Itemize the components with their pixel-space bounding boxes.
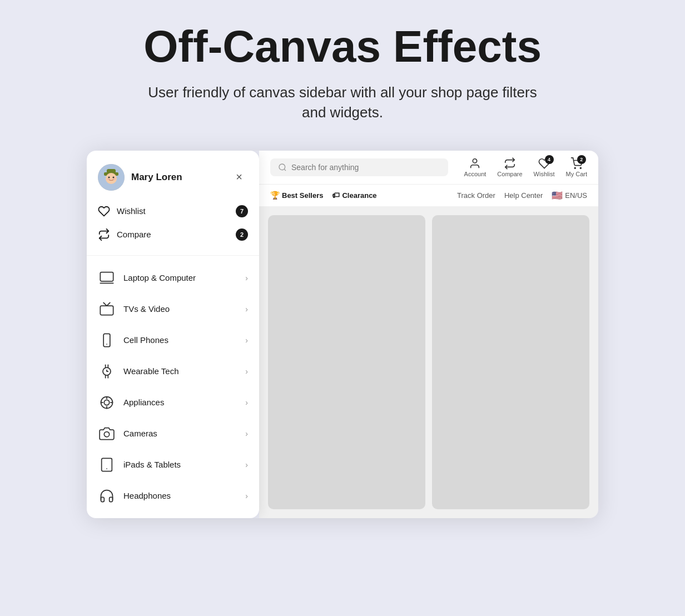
wishlist-count-badge: 4 [545,155,554,164]
laptop-icon [98,269,116,287]
wishlist-icon-item[interactable]: 4 Wishlist [534,157,555,177]
page-subtitle: User friendly of canvas sidebar with all… [148,82,537,123]
svg-point-20 [104,400,109,405]
nav-item-laptop[interactable]: Laptop & Computer › [87,262,259,294]
compare-topbar-label: Compare [497,171,522,177]
ui-demo: Mary Loren × Wishlist 7 [87,151,598,518]
appliance-icon [98,394,116,411]
nav-label-cell: Cell Phones [123,335,168,345]
product-card [432,215,589,509]
svg-rect-26 [102,458,112,471]
user-name: Mary Loren [131,172,182,183]
nav-link-locale[interactable]: 🇺🇸 EN/US [552,190,587,201]
search-bar[interactable] [270,158,448,176]
product-grid [259,206,598,518]
compare-label: Compare [117,230,151,239]
wishlist-action[interactable]: Wishlist 7 [98,200,248,223]
svg-point-6 [113,176,115,178]
sidebar-nav: Laptop & Computer › TVs & Video › [87,256,259,518]
svg-point-5 [108,176,110,178]
nav-label-tv: TVs & Video [123,304,170,314]
nav-link-clearance[interactable]: 🏷 Clearance [332,191,376,200]
cart-icon-item[interactable]: 2 My Cart [566,157,588,177]
chevron-icon: › [245,398,248,407]
search-input[interactable] [291,163,440,172]
chevron-icon: › [245,429,248,438]
page-title: Off-Canvas Effects [143,22,542,71]
wishlist-badge: 7 [236,205,248,217]
svg-point-32 [580,167,581,168]
product-card [268,215,425,509]
chevron-icon: › [245,274,248,282]
svg-rect-11 [100,306,113,315]
nav-bar: 🏆 Best Sellers 🏷 Clearance Track Order H… [259,184,598,206]
nav-label-appliances: Appliances [123,398,164,407]
close-button[interactable]: × [230,168,248,186]
nav-link-track-order[interactable]: Track Order [457,191,495,200]
avatar [98,164,125,191]
compare-icon [98,228,110,241]
compare-topbar-icon [504,157,516,170]
nav-label-laptop: Laptop & Computer [123,273,196,282]
wishlist-topbar-label: Wishlist [534,171,555,177]
nav-item-appliances[interactable]: Appliances › [87,387,259,418]
nav-item-ipads[interactable]: iPads & Tablets › [87,449,259,480]
nav-item-wearable[interactable]: Wearable Tech › [87,356,259,387]
nav-item-cameras[interactable]: Cameras › [87,418,259,449]
account-label: Account [464,171,487,177]
headphones-icon [98,487,116,505]
svg-point-7 [107,178,109,180]
chevron-icon: › [245,305,248,314]
nav-label-cameras: Cameras [123,429,157,438]
account-icon-item[interactable]: Account [464,157,487,177]
chevron-icon: › [245,491,248,500]
watch-icon [98,362,116,380]
svg-point-28 [279,164,285,170]
compare-badge: 2 [236,228,248,241]
sidebar-user: Mary Loren [98,164,182,191]
svg-point-8 [113,178,116,180]
cart-count-badge: 2 [577,155,586,164]
nav-label-wearable: Wearable Tech [123,366,179,376]
wishlist-label: Wishlist [117,206,146,216]
nav-label-headphones: Headphones [123,491,171,500]
nav-item-cell[interactable]: Cell Phones › [87,325,259,356]
sidebar-actions: Wishlist 7 Compare 2 [87,200,259,256]
account-icon [469,157,481,170]
top-icons: Account Compare [464,157,587,177]
compare-icon-item[interactable]: Compare [497,157,522,177]
sidebar: Mary Loren × Wishlist 7 [87,151,259,518]
cart-label: My Cart [566,171,588,177]
top-bar: Account Compare [259,151,598,184]
nav-link-help-center[interactable]: Help Center [504,191,543,200]
chevron-icon: › [245,367,248,376]
camera-icon [98,425,116,443]
svg-rect-12 [103,334,110,346]
tag-icon: 🏷 [332,191,340,200]
nav-item-headphones[interactable]: Headphones › [87,480,259,511]
heart-icon [98,205,110,217]
svg-line-29 [284,169,286,171]
compare-action[interactable]: Compare 2 [98,223,248,246]
nav-item-tv[interactable]: TVs & Video › [87,294,259,325]
svg-rect-9 [100,272,113,281]
tablet-icon [98,456,116,474]
nav-label-ipads: iPads & Tablets [123,460,181,469]
trophy-icon: 🏆 [270,191,280,200]
nav-link-best-sellers[interactable]: 🏆 Best Sellers [270,191,323,200]
svg-point-31 [574,167,575,168]
main-content: Account Compare [259,151,598,518]
flag-icon: 🇺🇸 [552,190,563,201]
chevron-icon: › [245,460,248,469]
tv-icon [98,300,116,318]
sidebar-header: Mary Loren × [87,151,259,200]
svg-point-30 [473,159,477,163]
phone-icon [98,331,116,349]
search-icon [278,163,287,172]
chevron-icon: › [245,336,248,345]
svg-point-25 [104,431,109,436]
